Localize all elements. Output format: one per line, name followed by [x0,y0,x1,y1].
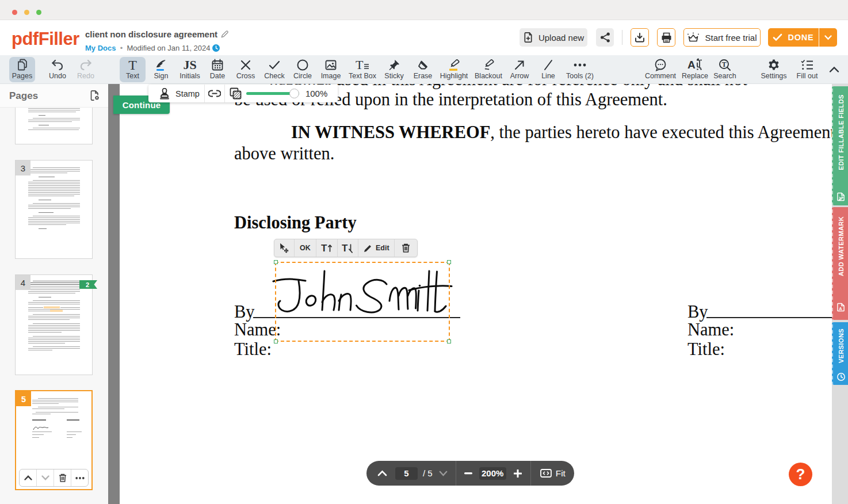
svg-text:T: T [321,243,327,253]
svg-text:A: A [839,306,842,311]
svg-text:T: T [342,243,348,253]
svg-text:2: 2 [86,281,89,288]
svg-text:T: T [356,59,364,71]
svg-text:A: A [687,59,696,71]
svg-text:T: T [722,60,727,68]
